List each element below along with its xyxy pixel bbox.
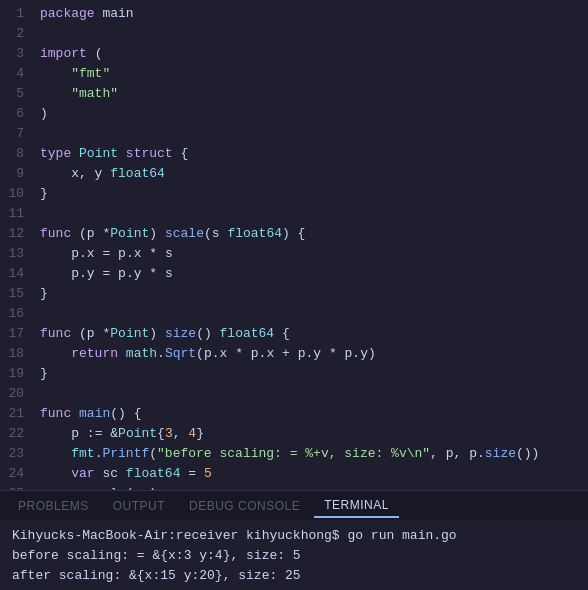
code-line-7: 7 xyxy=(0,124,588,144)
code-line-20: 20 xyxy=(0,384,588,404)
code-line-4: 4 "fmt" xyxy=(0,64,588,84)
code-line-11: 11 xyxy=(0,204,588,224)
code-line-22: 22 p := &Point{3, 4} xyxy=(0,424,588,444)
code-line-16: 16 xyxy=(0,304,588,324)
terminal-area[interactable]: Kihyucks-MacBook-Air:receiver kihyuckhon… xyxy=(0,520,588,590)
tab-terminal[interactable]: TERMINAL xyxy=(314,494,399,518)
code-line-8: 8 type Point struct { xyxy=(0,144,588,164)
code-line-19: 19 } xyxy=(0,364,588,384)
code-line-9: 9 x, y float64 xyxy=(0,164,588,184)
code-line-2: 2 xyxy=(0,24,588,44)
code-line-14: 14 p.y = p.y * s xyxy=(0,264,588,284)
terminal-line-1: Kihyucks-MacBook-Air:receiver kihyuckhon… xyxy=(12,526,576,546)
code-line-23: 23 fmt.Printf("before scaling: = %+v, si… xyxy=(0,444,588,464)
code-line-21: 21 func main() { xyxy=(0,404,588,424)
editor-area: 1 package main 2 3 import ( 4 "fmt" 5 "m… xyxy=(0,0,588,490)
code-line-3: 3 import ( xyxy=(0,44,588,64)
code-block: 1 package main 2 3 import ( 4 "fmt" 5 "m… xyxy=(0,0,588,490)
code-line-6: 6 ) xyxy=(0,104,588,124)
terminal-line-2: before scaling: = &{x:3 y:4}, size: 5 xyxy=(12,546,576,566)
code-line-15: 15 } xyxy=(0,284,588,304)
code-line-1: 1 package main xyxy=(0,4,588,24)
tab-debug-console[interactable]: DEBUG CONSOLE xyxy=(179,495,310,517)
code-line-18: 18 return math.Sqrt(p.x * p.x + p.y * p.… xyxy=(0,344,588,364)
code-line-24: 24 var sc float64 = 5 xyxy=(0,464,588,484)
code-line-5: 5 "math" xyxy=(0,84,588,104)
code-line-17: 17 func (p *Point) size() float64 { xyxy=(0,324,588,344)
code-line-12: 12 func (p *Point) scale(s float64) { xyxy=(0,224,588,244)
tab-problems[interactable]: PROBLEMS xyxy=(8,495,99,517)
terminal-line-3: after scaling: &{x:15 y:20}, size: 25 xyxy=(12,566,576,586)
code-line-13: 13 p.x = p.x * s xyxy=(0,244,588,264)
code-line-10: 10 } xyxy=(0,184,588,204)
tab-output[interactable]: OUTPUT xyxy=(103,495,175,517)
code-line-25: 25 p.scale(sc) xyxy=(0,484,588,490)
panel-tabs: PROBLEMS OUTPUT DEBUG CONSOLE TERMINAL xyxy=(0,490,588,520)
